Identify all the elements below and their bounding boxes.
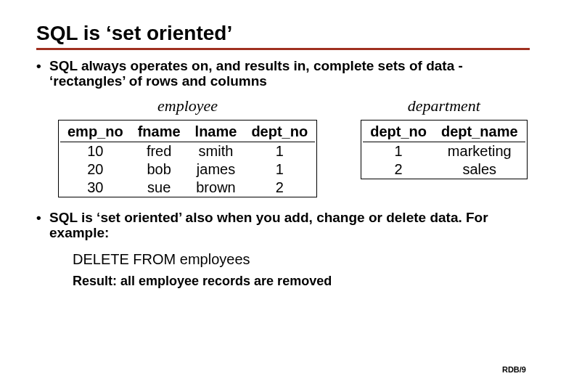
cell: 2	[244, 179, 315, 197]
table-row: 1 marketing	[363, 142, 525, 160]
cell: marketing	[434, 142, 525, 160]
table-row: 20 bob james 1	[60, 160, 315, 179]
department-table-wrap: department dept_no dept_name 1 marketing	[361, 97, 527, 197]
slide: SQL is ‘set oriented’ SQL always operate…	[0, 0, 566, 289]
table-row: 30 sue brown 2	[60, 179, 315, 197]
cell: fred	[131, 142, 188, 160]
cell: 20	[60, 160, 131, 179]
cell: sales	[434, 160, 525, 179]
cell: 1	[363, 142, 434, 160]
cell: james	[188, 160, 245, 179]
department-table-border: dept_no dept_name 1 marketing 2 sales	[361, 120, 527, 179]
cell: smith	[188, 142, 245, 160]
cell: sue	[131, 179, 188, 197]
employee-table: emp_no fname lname dept_no 10 fred smith…	[60, 122, 315, 197]
col-dept-no: dept_no	[363, 122, 434, 142]
table-row: 2 sales	[363, 160, 525, 179]
cell: 2	[363, 160, 434, 179]
table-row: 10 fred smith 1	[60, 142, 315, 160]
page-footer: RDB/9	[502, 365, 526, 374]
employee-caption: employee	[157, 97, 218, 115]
col-lname: lname	[188, 122, 245, 142]
sql-statement: DELETE FROM employees	[73, 251, 530, 268]
sql-result: Result: all employee records are removed	[73, 274, 530, 289]
table-header-row: dept_no dept_name	[363, 122, 525, 142]
employee-table-border: emp_no fname lname dept_no 10 fred smith…	[58, 120, 317, 197]
cell: brown	[188, 179, 245, 197]
bullet-1: SQL always operates on, and results in, …	[36, 59, 530, 89]
cell: 10	[60, 142, 131, 160]
department-caption: department	[408, 97, 480, 115]
col-dept-name: dept_name	[434, 122, 525, 142]
example-block: DELETE FROM employees Result: all employ…	[73, 251, 530, 289]
title-underline	[36, 48, 530, 50]
cell: 30	[60, 179, 131, 197]
cell: 1	[244, 142, 315, 160]
table-header-row: emp_no fname lname dept_no	[60, 122, 315, 142]
cell: bob	[131, 160, 188, 179]
bullet-2: SQL is ‘set oriented’ also when you add,…	[36, 211, 530, 241]
department-table: dept_no dept_name 1 marketing 2 sales	[363, 122, 525, 179]
slide-title: SQL is ‘set oriented’	[36, 22, 530, 45]
tables-row: employee emp_no fname lname dept_no 10	[58, 97, 530, 197]
cell: 1	[244, 160, 315, 179]
employee-table-wrap: employee emp_no fname lname dept_no 10	[58, 97, 317, 197]
col-fname: fname	[131, 122, 188, 142]
col-emp-no: emp_no	[60, 122, 131, 142]
col-dept-no: dept_no	[244, 122, 315, 142]
